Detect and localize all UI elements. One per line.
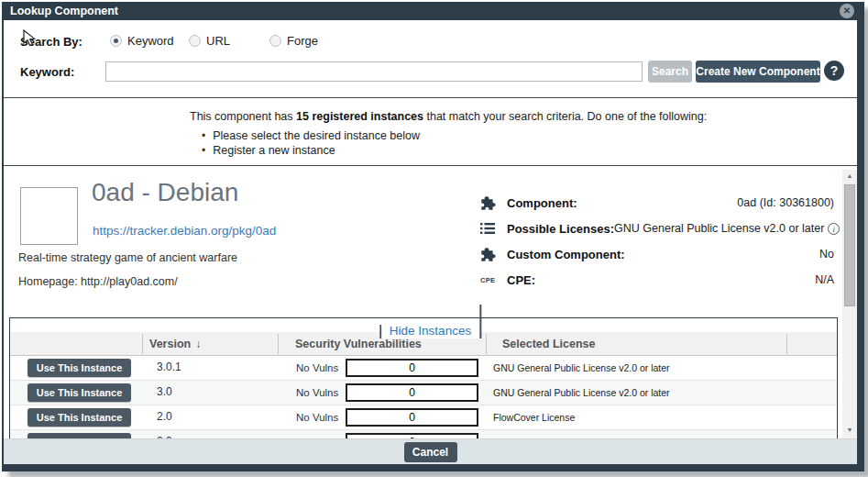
bullet-icon: • bbox=[202, 144, 205, 157]
vuln-count-input[interactable] bbox=[346, 408, 478, 427]
legend-bar bbox=[479, 305, 481, 338]
use-this-instance-button[interactable]: Use This Instance bbox=[27, 408, 131, 427]
create-new-component-button[interactable]: Create New Component bbox=[696, 61, 820, 83]
instance-row: Use This Instance 2.0 No Vulns GNU Gener… bbox=[10, 430, 837, 438]
radio-keyword[interactable]: Keyword bbox=[110, 34, 174, 48]
radio-keyword-dot[interactable] bbox=[110, 35, 122, 47]
keyword-label: Keyword: bbox=[20, 65, 74, 79]
detail-value: No bbox=[819, 248, 834, 261]
detail-label: CPE: bbox=[507, 273, 535, 287]
instance-vulns-label: No Vulns bbox=[287, 381, 338, 405]
use-this-instance-button[interactable]: Use This Instance bbox=[27, 383, 131, 402]
bullet-text: Please select the desired instance below bbox=[213, 129, 420, 142]
scroll-down-icon[interactable]: ▼ bbox=[842, 424, 857, 437]
lookup-component-dialog: Lookup Component ✕ Search By: Keyword UR… bbox=[2, 2, 864, 471]
detail-label: Custom Component: bbox=[507, 248, 625, 261]
detail-row-custom: Custom Component: No bbox=[480, 241, 834, 267]
detail-row-cpe: CPE CPE: N/A bbox=[480, 267, 834, 293]
instances-message: This component has 15 registered instanc… bbox=[190, 110, 707, 123]
component-detail-panel: 0ad - Debian https://tracker.debian.org/… bbox=[4, 166, 857, 438]
search-button[interactable]: Search bbox=[648, 61, 692, 83]
dialog-titlebar: Lookup Component ✕ bbox=[2, 2, 864, 20]
instance-vulns-label: No Vulns bbox=[287, 430, 338, 438]
radio-url-dot[interactable] bbox=[189, 35, 201, 47]
vertical-scrollbar[interactable]: ▲ ▼ bbox=[842, 170, 857, 438]
search-by-label: Search By: bbox=[20, 35, 82, 49]
radio-url-label: URL bbox=[206, 34, 230, 48]
instance-license: GNU General Public License v2.0 or later bbox=[486, 356, 670, 381]
instance-row: Use This Instance 3.0 No Vulns GNU Gener… bbox=[10, 381, 837, 405]
dialog-footer: Cancel bbox=[4, 438, 857, 464]
puzzle-icon bbox=[480, 247, 499, 261]
radio-url[interactable]: URL bbox=[189, 34, 230, 48]
radio-keyword-label: Keyword bbox=[127, 34, 174, 48]
detail-value: GNU General Public License v2.0 or later… bbox=[614, 222, 840, 235]
message-bullet-2: • Register a new instance bbox=[202, 144, 335, 157]
dialog-title: Lookup Component bbox=[10, 5, 118, 17]
instance-license: GNU General Public License v2.0 or later bbox=[486, 430, 670, 438]
message-suffix: that match your search criteria. Do one … bbox=[423, 110, 707, 123]
help-icon[interactable]: ? bbox=[824, 61, 844, 81]
detail-label: Component: bbox=[507, 196, 577, 210]
license-value: GNU General Public License v2.0 or later bbox=[614, 222, 824, 235]
detail-value: 0ad (Id: 30361800) bbox=[737, 196, 834, 209]
instance-license: FlowCover License bbox=[486, 405, 575, 430]
message-bullet-1: • Please select the desired instance bel… bbox=[202, 129, 420, 142]
dialog-content: Search By: Keyword URL Forge Keyw bbox=[4, 20, 857, 464]
hide-instances-label[interactable]: Hide Instances bbox=[381, 324, 479, 338]
keyword-input[interactable] bbox=[105, 61, 643, 82]
component-name: 0ad - Debian bbox=[92, 178, 238, 207]
component-description: Real-time strategy game of ancient warfa… bbox=[18, 251, 237, 264]
bullet-icon: • bbox=[202, 129, 205, 142]
message-section: This component has 15 registered instanc… bbox=[4, 98, 857, 165]
bullet-text: Register a new instance bbox=[213, 144, 335, 157]
message-prefix: This component has bbox=[190, 110, 296, 123]
instance-row: Use This Instance 2.0 No Vulns FlowCover… bbox=[10, 405, 837, 430]
close-icon[interactable]: ✕ bbox=[840, 4, 854, 18]
radio-forge-label: Forge bbox=[287, 34, 318, 48]
instance-version: 3.0.1 bbox=[149, 356, 181, 381]
instance-version: 3.0 bbox=[149, 381, 172, 405]
instance-version: 2.0 bbox=[149, 405, 172, 430]
detail-row-component: Component: 0ad (Id: 30361800) bbox=[480, 190, 834, 216]
vuln-count-input[interactable] bbox=[346, 359, 478, 377]
column-header-version[interactable]: Version↓ bbox=[149, 332, 201, 356]
instance-license: GNU General Public License v2.0 or later bbox=[486, 381, 670, 405]
component-homepage: Homepage: http://play0ad.com/ bbox=[18, 275, 178, 288]
component-image-placeholder bbox=[20, 187, 78, 245]
sort-desc-icon: ↓ bbox=[195, 338, 201, 350]
search-section: Search By: Keyword URL Forge Keyw bbox=[4, 20, 857, 97]
detail-row-licenses: Possible Licenses: GNU General Public Li… bbox=[480, 216, 834, 241]
cpe-icon: CPE bbox=[480, 272, 499, 287]
radio-forge[interactable]: Forge bbox=[269, 34, 318, 48]
instance-row: Use This Instance 3.0.1 No Vulns GNU Gen… bbox=[10, 356, 837, 381]
component-attributes: Component: 0ad (Id: 30361800) Possible L… bbox=[480, 190, 834, 293]
list-icon bbox=[480, 221, 499, 236]
instances-table: Version↓ Security Vulnerabilities Select… bbox=[10, 332, 837, 438]
detail-label: Possible Licenses: bbox=[507, 222, 614, 236]
instance-version: 2.0 bbox=[149, 430, 172, 438]
vuln-count-input[interactable] bbox=[346, 383, 478, 402]
page: Lookup Component ✕ Search By: Keyword UR… bbox=[0, 0, 868, 477]
hide-instances-toggle[interactable]: Hide Instances bbox=[379, 305, 481, 338]
use-this-instance-button[interactable]: Use This Instance bbox=[27, 359, 131, 377]
instance-vulns-label: No Vulns bbox=[287, 405, 338, 430]
scroll-up-icon[interactable]: ▲ bbox=[842, 170, 857, 183]
column-header-license[interactable]: Selected License bbox=[502, 332, 595, 356]
message-count: 15 registered instances bbox=[296, 110, 423, 123]
scrollbar-thumb[interactable] bbox=[844, 184, 855, 306]
detail-value: N/A bbox=[815, 273, 834, 286]
cancel-button[interactable]: Cancel bbox=[404, 442, 457, 462]
component-tracker-link[interactable]: https://tracker.debian.org/pkg/0ad bbox=[93, 224, 276, 238]
instance-vulns-label: No Vulns bbox=[287, 356, 338, 381]
radio-forge-dot[interactable] bbox=[269, 35, 281, 47]
info-icon[interactable]: i bbox=[828, 223, 840, 235]
search-by-radio-group: Keyword URL Forge bbox=[110, 34, 385, 49]
puzzle-icon bbox=[480, 195, 499, 210]
